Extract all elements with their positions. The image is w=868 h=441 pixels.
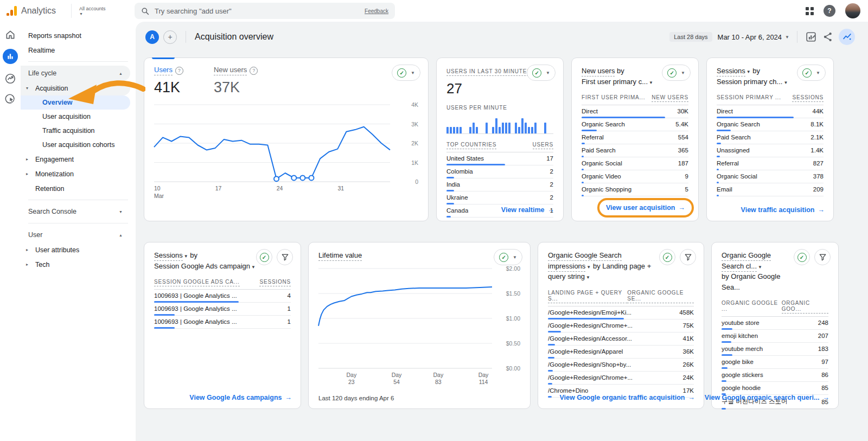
view-user-acquisition-link[interactable]: View user acquisition→ bbox=[606, 204, 685, 212]
view-traffic-acquisition-link[interactable]: View traffic acquisition→ bbox=[741, 206, 825, 214]
table-row[interactable]: 1009693 | Google Analytics ...4 bbox=[154, 290, 291, 303]
filter-button[interactable] bbox=[680, 249, 696, 265]
share-icon[interactable] bbox=[822, 31, 833, 42]
table-row[interactable]: India2 bbox=[446, 178, 553, 191]
view-organic-search-queries-link[interactable]: View Google organic search queri...→ bbox=[705, 394, 829, 401]
column-header[interactable]: LANDING PAGE + QUERY S... bbox=[548, 290, 627, 303]
table-row[interactable]: Direct30K bbox=[582, 105, 688, 118]
edit-report-icon[interactable] bbox=[805, 31, 817, 43]
table-row[interactable]: Email209 bbox=[717, 183, 824, 196]
table-row[interactable]: 1009693 | Google Analytics ...1 bbox=[154, 303, 291, 316]
table-row[interactable]: Unassigned1.4K bbox=[717, 144, 824, 157]
explore-icon[interactable] bbox=[4, 73, 16, 85]
dimension-selector[interactable]: Session primary ch...▼ bbox=[717, 78, 788, 86]
avatar[interactable] bbox=[845, 3, 860, 18]
view-organic-traffic-link[interactable]: View Google organic traffic acquisition→ bbox=[559, 394, 695, 401]
sidebar-item-overview[interactable]: Overview bbox=[21, 95, 130, 110]
tab-new-users[interactable]: New users? 37K bbox=[214, 66, 258, 96]
table-row[interactable]: Referral554 bbox=[582, 131, 688, 144]
sidebar-item-retention[interactable]: Retention bbox=[21, 181, 130, 196]
table-row[interactable]: Direct44K bbox=[717, 105, 824, 118]
column-header[interactable]: NEW USERS bbox=[652, 94, 688, 102]
sidebar-item-user-acquisition-cohorts[interactable]: User acquisition cohorts bbox=[21, 138, 130, 152]
table-row[interactable]: Colombia2 bbox=[446, 165, 553, 178]
table-row[interactable]: Organic Social378 bbox=[717, 170, 824, 183]
card-options-button[interactable]: ✓ ▼ bbox=[392, 65, 420, 81]
filter-button[interactable] bbox=[814, 249, 831, 265]
sidebar-item-realtime[interactable]: Realtime bbox=[21, 43, 136, 57]
table-row[interactable]: /Google+Redesign/Accessor...41K bbox=[548, 333, 694, 346]
add-comparison-button[interactable]: + bbox=[163, 30, 177, 44]
metric-selector[interactable]: New users bbox=[582, 67, 615, 76]
column-header[interactable]: TOP COUNTRIES bbox=[446, 142, 496, 149]
data-quality-button[interactable]: ✓ bbox=[256, 249, 272, 265]
table-row[interactable]: /Google+Redesign/Chrome+...24K bbox=[548, 372, 694, 385]
card-options-button[interactable]: ✓ ▼ bbox=[662, 65, 691, 81]
table-row[interactable]: Paid Search2.1K bbox=[717, 131, 824, 144]
column-header[interactable]: ORGANIC GOOGLE SE... bbox=[627, 290, 694, 303]
table-row[interactable]: google bike97 bbox=[722, 356, 828, 369]
table-row[interactable]: Referral827 bbox=[717, 157, 824, 170]
search-input[interactable]: Try searching "add user" Feedback bbox=[135, 3, 395, 19]
metric-label[interactable]: Lifetime value bbox=[318, 251, 362, 261]
column-header[interactable]: FIRST USER PRIMA... bbox=[582, 94, 645, 102]
column-header[interactable]: ORGANIC GOOGLE ... bbox=[722, 300, 782, 314]
tab-users[interactable]: Users? 41K bbox=[154, 66, 183, 96]
table-row[interactable]: United States17 bbox=[446, 152, 553, 165]
table-row[interactable]: Ukraine2 bbox=[446, 191, 553, 204]
table-row[interactable]: Organic Video9 bbox=[582, 170, 688, 183]
sidebar-item-user-acquisition[interactable]: User acquisition bbox=[21, 110, 130, 124]
help-icon[interactable]: ? bbox=[824, 5, 835, 17]
metric-selector[interactable]: Sessions bbox=[154, 251, 183, 261]
table-row[interactable]: Organic Social187 bbox=[582, 157, 688, 170]
table-row[interactable]: Paid Search365 bbox=[582, 144, 688, 157]
card-options-button[interactable]: ✓ ▼ bbox=[797, 65, 826, 81]
card-options-button[interactable]: ✓ ▼ bbox=[527, 65, 556, 81]
table-row[interactable]: /Google+Redesign/Emoji+Ki...458K bbox=[548, 306, 694, 319]
account-picker[interactable]: All accounts ▼ bbox=[71, 4, 106, 18]
sidebar-section-search-console[interactable]: Search Console ▼ bbox=[21, 204, 130, 219]
table-row[interactable]: /Google+Redesign/Shop+by...26K bbox=[548, 359, 694, 372]
advertising-icon[interactable] bbox=[4, 93, 16, 105]
property-badge[interactable]: A bbox=[145, 30, 159, 44]
sidebar-item-monetization[interactable]: ▸ Monetization bbox=[21, 167, 130, 181]
column-header[interactable]: SESSION PRIMARY ... bbox=[717, 94, 781, 102]
table-row[interactable]: 1009693 | Google Analytics ...1 bbox=[154, 316, 291, 329]
analytics-logo-icon[interactable] bbox=[7, 6, 17, 16]
table-row[interactable]: Organic Shopping5 bbox=[582, 183, 688, 196]
insights-button[interactable] bbox=[839, 29, 855, 45]
table-row[interactable]: youtube store248 bbox=[722, 317, 828, 330]
table-row[interactable]: Organic Search8.1K bbox=[717, 118, 824, 131]
column-header[interactable]: SESSIONS bbox=[792, 94, 824, 102]
dimension-label[interactable]: by Organic Google Sea... bbox=[722, 272, 780, 291]
column-header[interactable]: SESSION GOOGLE ADS CA... bbox=[154, 279, 240, 286]
table-row[interactable]: Organic Search5.4K bbox=[582, 118, 688, 131]
feedback-link[interactable]: Feedback bbox=[365, 8, 388, 14]
sidebar-item-reports-snapshot[interactable]: Reports snapshot bbox=[21, 28, 136, 43]
metric-selector[interactable]: Organic Google Search cl... bbox=[722, 251, 771, 272]
card-options-button[interactable]: ✓ ▼ bbox=[494, 249, 522, 265]
sidebar-item-tech[interactable]: ▸ Tech bbox=[21, 257, 130, 272]
view-google-ads-campaigns-link[interactable]: View Google Ads campaigns→ bbox=[189, 394, 292, 401]
home-icon[interactable] bbox=[5, 29, 16, 40]
table-row[interactable]: youtube merch183 bbox=[722, 343, 828, 356]
dimension-selector[interactable]: First user primary c...▼ bbox=[582, 78, 653, 86]
table-row[interactable]: google stickers86 bbox=[722, 369, 828, 382]
table-row[interactable]: google hoodie85 bbox=[722, 382, 828, 395]
sidebar-item-user-attributes[interactable]: ▸ User attributes bbox=[21, 242, 130, 257]
table-row[interactable]: /Google+Redesign/Chrome+...75K bbox=[548, 319, 694, 333]
data-quality-button[interactable]: ✓ bbox=[794, 249, 810, 265]
filter-button[interactable] bbox=[277, 249, 293, 265]
table-row[interactable]: /Google+Redesign/Apparel36K bbox=[548, 346, 694, 359]
column-header[interactable]: USERS bbox=[533, 142, 553, 149]
date-range-picker[interactable]: Mar 10 - Apr 6, 2024 ▼ bbox=[718, 33, 789, 41]
table-row[interactable]: emoji kitchen207 bbox=[722, 330, 828, 343]
view-realtime-link[interactable]: View realtime→ bbox=[501, 206, 554, 214]
column-header[interactable]: ORGANIC GOO... bbox=[782, 300, 828, 314]
sidebar-item-engagement[interactable]: ▸ Engagement bbox=[21, 152, 130, 167]
column-header[interactable]: SESSIONS bbox=[259, 279, 291, 286]
sidebar-item-traffic-acquisition[interactable]: Traffic acquisition bbox=[21, 124, 130, 138]
metric-selector[interactable]: Sessions bbox=[717, 67, 745, 76]
reports-icon[interactable] bbox=[3, 49, 18, 64]
apps-grid-icon[interactable] bbox=[806, 7, 814, 15]
